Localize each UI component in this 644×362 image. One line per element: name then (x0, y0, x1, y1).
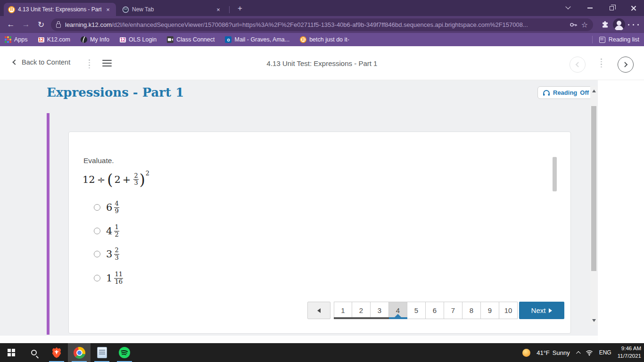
url-path: /d2l/le/enhancedSequenceViewer/1570086?u… (112, 21, 566, 28)
bookmark-label: K12.com (47, 36, 70, 43)
radio-button[interactable] (94, 204, 100, 211)
taskbar-notepad-app[interactable] (91, 343, 113, 362)
tab-close-icon[interactable]: × (104, 6, 112, 13)
tab-title: New Tab (132, 6, 212, 13)
bookmark-k12[interactable]: 12 K12.com (38, 36, 70, 43)
lesson-title: Expressions - Part 1 (47, 85, 184, 99)
page-button-6[interactable]: 6 (426, 302, 444, 319)
weather-sun-icon[interactable] (522, 349, 530, 357)
content-scrollbar[interactable] (590, 86, 597, 325)
reading-list-button[interactable]: Reading list (609, 36, 639, 43)
tab-unit-test[interactable]: B 4.13 Unit Test: Expressions - Part × (4, 3, 116, 16)
new-tab-button[interactable]: + (235, 3, 245, 14)
windows-logo-icon (8, 349, 15, 356)
scroll-down-icon[interactable] (592, 319, 596, 322)
question-accent-bar (47, 113, 50, 335)
bookmark-label: My Info (90, 36, 109, 43)
bookmarks-bar: Apps 12 K12.com My Info 12 OLS Login Cla… (0, 33, 644, 46)
time: 9:46 AM (621, 346, 641, 351)
scrollbar-thumb[interactable] (591, 106, 596, 271)
tray-expand-icon[interactable] (576, 351, 581, 355)
current-page-pointer (395, 314, 401, 317)
taskbar-chrome-app[interactable] (68, 343, 91, 362)
tab-new-tab[interactable]: New Tab × (118, 3, 226, 16)
page-button-8[interactable]: 8 (462, 302, 481, 319)
k12-icon: 12 (38, 37, 44, 42)
answered-progress-bar (334, 317, 389, 319)
bookmark-mail[interactable]: o Mail - Graves, Ama... (225, 36, 289, 43)
bookmark-class-connect[interactable]: Class Connect (167, 36, 215, 43)
scroll-up-icon[interactable] (592, 90, 596, 92)
close-window-button[interactable] (622, 0, 644, 16)
temperature: 41°F (537, 349, 550, 356)
tab-search-button[interactable] (557, 0, 579, 16)
bookmark-ols-login[interactable]: 12 OLS Login (120, 36, 157, 43)
page-button-10[interactable]: 10 (499, 302, 518, 319)
reload-button[interactable]: ↻ (34, 16, 48, 33)
answer-option-4[interactable]: 11116 (94, 270, 124, 287)
lock-icon[interactable] (56, 24, 61, 28)
taskbar-brave-app[interactable] (45, 343, 68, 362)
minimize-button[interactable] (579, 0, 601, 16)
minimize-icon (587, 8, 593, 8)
extensions-puzzle-icon[interactable] (598, 21, 612, 29)
page-button-7[interactable]: 7 (444, 302, 462, 319)
previous-page-button[interactable] (570, 57, 586, 73)
page-button-2[interactable]: 2 (352, 302, 371, 319)
divide-sign: ÷ (97, 174, 106, 185)
reading-toggle-button[interactable]: Reading Off (537, 86, 594, 99)
screen: B 4.13 Unit Test: Expressions - Part × N… (0, 0, 644, 362)
password-key-icon[interactable] (570, 21, 578, 29)
bookmark-apps[interactable]: Apps (5, 36, 28, 43)
bookmark-star-icon[interactable]: ☆ (581, 20, 588, 29)
language-indicator[interactable]: ENG (599, 349, 611, 356)
bookmark-label: OLS Login (129, 36, 157, 43)
page-button-3[interactable]: 3 (371, 302, 389, 319)
chevron-down-icon (565, 4, 570, 9)
outlook-icon: o (225, 36, 231, 43)
wifi-icon[interactable] (586, 350, 593, 356)
fraction: 2 3 (133, 173, 138, 187)
taskbar-clock[interactable]: 9:46 AM 11/7/2021 (618, 345, 641, 360)
radio-button[interactable] (94, 275, 100, 281)
radio-button[interactable] (94, 251, 100, 257)
question-scrollbar-thumb[interactable] (553, 157, 557, 191)
next-page-button[interactable] (618, 57, 634, 73)
divider-dots (601, 58, 602, 67)
pagination-next-button[interactable]: Next (519, 302, 564, 319)
content-margin (598, 80, 644, 343)
bookmark-my-info[interactable]: My Info (81, 36, 109, 43)
bookmark-betch[interactable]: B betch just do it- (300, 36, 349, 43)
browser-menu-icon[interactable] (626, 23, 640, 26)
answer-option-3[interactable]: 323 (94, 246, 120, 263)
bookmark-label: Class Connect (176, 36, 215, 43)
chevron-left-icon (576, 62, 581, 67)
page-button-9[interactable]: 9 (481, 302, 499, 319)
next-label: Next (531, 306, 546, 314)
tab-close-icon[interactable]: × (215, 6, 222, 13)
apps-grid-icon (5, 36, 11, 43)
chevron-right-icon (622, 62, 627, 67)
search-icon (31, 350, 37, 355)
pagination-previous-button[interactable] (307, 302, 330, 319)
triangle-right-icon (549, 308, 552, 313)
taskbar-search-button[interactable] (23, 343, 45, 362)
page-button-1[interactable]: 1 (334, 302, 352, 319)
restore-button[interactable] (601, 0, 622, 16)
pagination: 1 2 3 4 5 6 7 8 9 10 (334, 302, 518, 319)
profile-avatar[interactable] (612, 18, 626, 31)
brave-icon (50, 346, 63, 359)
answer-option-1[interactable]: 649 (94, 199, 120, 216)
taskbar-spotify-app[interactable] (113, 343, 136, 362)
forward-button[interactable]: → (19, 16, 33, 33)
page-button-5[interactable]: 5 (407, 302, 426, 319)
back-button[interactable]: ← (4, 16, 18, 33)
start-button[interactable] (0, 343, 23, 362)
address-bar[interactable]: learning.k12.com /d2l/le/enhancedSequenc… (51, 18, 593, 31)
answer-option-2[interactable]: 412 (94, 222, 120, 239)
bookmark-label: betch just do it- (309, 36, 349, 43)
weather-condition: Sunny (553, 349, 570, 356)
weather-widget[interactable]: 41°F Sunny (537, 349, 570, 356)
exponent: 2 (146, 170, 149, 177)
radio-button[interactable] (94, 228, 100, 234)
